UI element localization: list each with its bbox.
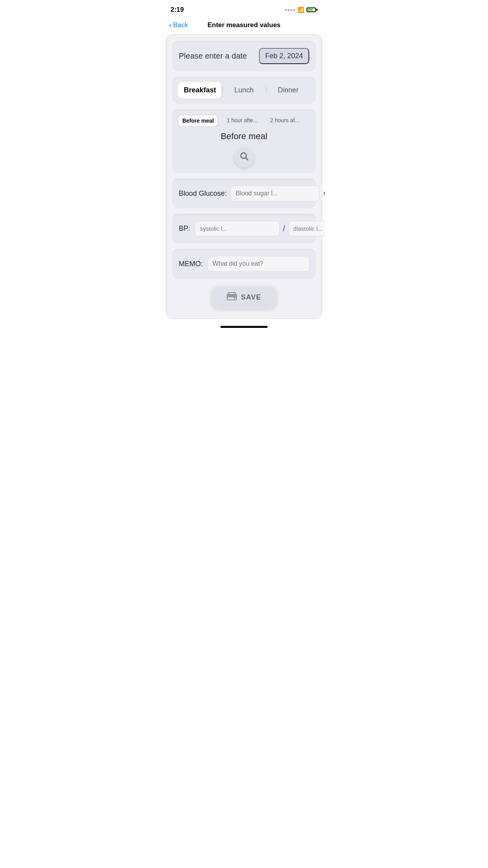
home-bar bbox=[220, 326, 268, 328]
diastolic-input[interactable] bbox=[288, 221, 325, 236]
memo-input[interactable] bbox=[207, 256, 309, 272]
meal-tabs: Breakfast Lunch Dinner bbox=[178, 82, 310, 98]
save-button[interactable]: SAVE bbox=[211, 286, 277, 309]
time-selector: Before meal 1 hour afte... 2 hours af...… bbox=[172, 109, 316, 173]
status-bar: 2:19 📶 ⚡ bbox=[163, 0, 325, 17]
blood-glucose-input[interactable] bbox=[231, 186, 319, 201]
time-tab-2hours-after[interactable]: 2 hours af... bbox=[266, 115, 303, 127]
date-prompt-label: Please enter a date bbox=[179, 51, 247, 61]
memo-label: MEMO: bbox=[179, 260, 203, 268]
bp-label: BP: bbox=[179, 224, 190, 233]
page-title: Enter measured values bbox=[207, 21, 281, 29]
meal-tab-dinner[interactable]: Dinner bbox=[266, 82, 310, 98]
selected-time-display: Before meal bbox=[178, 131, 310, 142]
meal-selector: Breakfast Lunch Dinner bbox=[172, 77, 316, 104]
status-time: 2:19 bbox=[171, 6, 184, 14]
search-button[interactable] bbox=[234, 147, 254, 167]
blood-glucose-label: Blood Glucose: bbox=[179, 189, 227, 198]
time-tab-before-going[interactable]: Before goi... bbox=[308, 115, 310, 127]
time-tab-1hour-after[interactable]: 1 hour afte... bbox=[223, 115, 262, 127]
meal-tab-breakfast[interactable]: Breakfast bbox=[178, 82, 222, 98]
meal-tab-lunch[interactable]: Lunch bbox=[222, 82, 266, 98]
back-chevron-icon: ‹ bbox=[169, 20, 172, 29]
bp-divider-slash: / bbox=[283, 224, 285, 233]
date-row: Please enter a date Feb 2, 2024 bbox=[172, 41, 316, 71]
nav-bar: ‹ Back Enter measured values bbox=[163, 17, 325, 34]
back-label: Back bbox=[173, 21, 188, 29]
battery-icon: ⚡ bbox=[306, 7, 317, 12]
home-indicator bbox=[163, 322, 325, 331]
main-card: Please enter a date Feb 2, 2024 Breakfas… bbox=[166, 34, 322, 319]
systolic-input[interactable] bbox=[195, 221, 280, 236]
time-tab-before-meal[interactable]: Before meal bbox=[178, 115, 218, 127]
date-picker-button[interactable]: Feb 2, 2024 bbox=[259, 48, 309, 64]
signal-icon bbox=[285, 9, 295, 11]
svg-line-1 bbox=[246, 158, 248, 160]
blood-glucose-unit: mg/dL bbox=[323, 189, 325, 197]
search-area bbox=[178, 147, 310, 167]
time-tabs: Before meal 1 hour afte... 2 hours af...… bbox=[178, 115, 310, 127]
blood-glucose-row: Blood Glucose: mg/dL bbox=[172, 178, 316, 208]
save-button-label: SAVE bbox=[241, 293, 261, 302]
memo-row: MEMO: bbox=[172, 249, 316, 279]
back-button[interactable]: ‹ Back bbox=[169, 20, 188, 29]
wifi-icon: 📶 bbox=[297, 7, 304, 13]
save-icon bbox=[227, 292, 237, 303]
bp-row: BP: / mmHg bbox=[172, 214, 316, 243]
save-button-container: SAVE bbox=[172, 286, 316, 309]
svg-point-5 bbox=[234, 297, 235, 299]
search-icon bbox=[239, 151, 249, 163]
status-icons: 📶 ⚡ bbox=[285, 7, 317, 13]
